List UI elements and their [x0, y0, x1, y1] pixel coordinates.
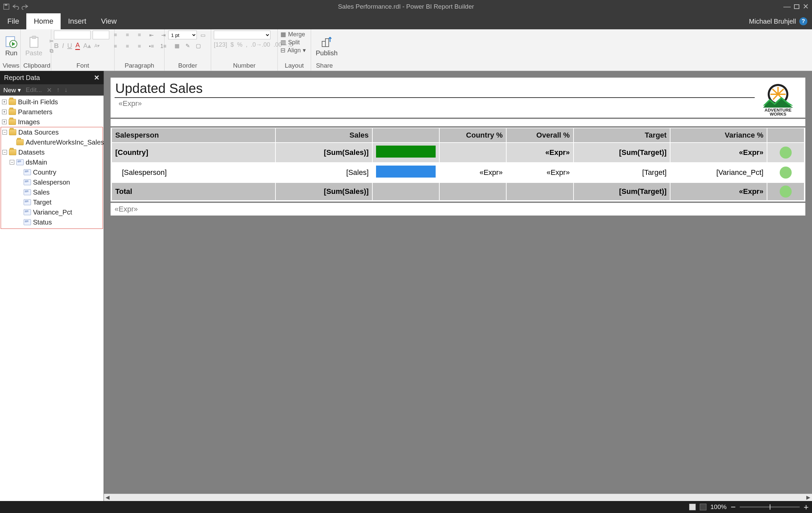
table-group-row[interactable]: [Country] [Sum(Sales)] «Expr» [Sum(Targe…: [112, 143, 804, 163]
tree-parameters[interactable]: +Parameters: [1, 107, 103, 117]
hdr-country-pct[interactable]: Country %: [439, 128, 506, 143]
hdr-target[interactable]: Target: [574, 128, 670, 143]
paste-icon: [27, 35, 40, 49]
tree-datasource-item[interactable]: AdventureWorksInc_SalesAnalysis: [1, 137, 103, 147]
align-bottom-icon[interactable]: ≡: [135, 31, 144, 39]
save-icon[interactable]: [3, 3, 10, 10]
table-detail-row[interactable]: [Salesperson] [Sales] «Expr» «Expr» [Tar…: [112, 163, 804, 182]
databar-blue: [376, 166, 436, 177]
ribbon: Run Views Paste ✂ ⧉ Clipboard B: [0, 29, 812, 71]
group-paragraph: Paragraph: [117, 61, 162, 70]
report-title[interactable]: Updated Sales: [115, 80, 755, 98]
hdr-kpi[interactable]: [767, 128, 804, 143]
pane-edit-button[interactable]: Edit...: [26, 86, 42, 94]
zoom-out-icon[interactable]: −: [731, 502, 736, 512]
bold-icon[interactable]: B: [54, 42, 59, 50]
percent-icon[interactable]: %: [237, 41, 242, 48]
paste-button[interactable]: Paste: [23, 35, 44, 58]
borders-icon[interactable]: ▢: [194, 41, 203, 50]
italic-icon[interactable]: I: [62, 42, 64, 50]
align-icon: ⊟: [281, 47, 285, 54]
grow-font-icon[interactable]: A▴: [83, 41, 91, 50]
pane-up-icon[interactable]: ↑: [57, 86, 60, 94]
hdr-salesperson[interactable]: Salesperson: [112, 128, 276, 143]
align-left-icon[interactable]: ≡: [111, 42, 120, 51]
table-total-row[interactable]: Total [Sum(Sales)] [Sum(Target)] «Expr»: [112, 182, 804, 201]
hdr-overall-pct[interactable]: Overall %: [506, 128, 573, 143]
tree-images[interactable]: +Images: [1, 117, 103, 127]
shrink-font-icon[interactable]: A▾: [94, 43, 99, 48]
hdr-variance[interactable]: Variance %: [670, 128, 767, 143]
tree-field[interactable]: Sales: [1, 187, 103, 197]
help-icon[interactable]: ?: [799, 17, 807, 25]
tree-field[interactable]: Status: [1, 217, 103, 227]
tree-datasources[interactable]: −Data Sources: [1, 127, 103, 137]
pane-new-button[interactable]: New ▾: [3, 86, 21, 94]
fill-color-icon[interactable]: ▦: [173, 41, 181, 50]
tree-field[interactable]: Variance_Pct: [1, 207, 103, 217]
folder-icon: [9, 129, 16, 135]
font-color-icon[interactable]: A: [75, 41, 80, 50]
close-icon[interactable]: ✕: [803, 2, 809, 11]
subtitle-expr[interactable]: «Expr»: [115, 98, 755, 109]
underline-icon[interactable]: U: [67, 42, 72, 50]
decrease-indent-icon[interactable]: ⇤: [147, 31, 156, 39]
pane-delete-icon[interactable]: ✕: [47, 86, 52, 94]
tab-view[interactable]: View: [94, 13, 124, 29]
hdr-bar[interactable]: [372, 128, 439, 143]
minimize-icon[interactable]: —: [783, 2, 791, 11]
placeholder-icon[interactable]: [123]: [214, 41, 227, 48]
design-view-icon[interactable]: [689, 504, 696, 510]
footer-expr[interactable]: «Expr»: [111, 202, 805, 216]
tree-field[interactable]: Target: [1, 197, 103, 207]
zoom-label: 100%: [710, 503, 727, 511]
zoom-slider[interactable]: [740, 506, 800, 508]
databar-green: [376, 146, 436, 158]
report-tablix[interactable]: Salesperson Sales Country % Overall % Ta…: [111, 127, 805, 201]
pane-close-icon[interactable]: ✕: [94, 74, 99, 82]
align-top-icon[interactable]: ≡: [111, 31, 120, 39]
report-page[interactable]: Updated Sales «Expr» ADVENTURE WORKS: [111, 78, 805, 216]
align-right-icon[interactable]: ≡: [135, 42, 144, 51]
thousands-icon[interactable]: ,: [246, 41, 248, 48]
font-family-input[interactable]: [54, 31, 91, 39]
increase-decimal-icon[interactable]: .0→.00: [251, 41, 270, 48]
preview-icon[interactable]: [700, 504, 706, 510]
align-center-icon[interactable]: ≡: [123, 42, 132, 51]
zoom-in-icon[interactable]: +: [804, 502, 809, 512]
tab-insert[interactable]: Insert: [61, 13, 94, 29]
logo[interactable]: ADVENTURE WORKS: [755, 80, 801, 118]
font-size-input[interactable]: [93, 31, 109, 39]
tab-file[interactable]: File: [0, 13, 26, 29]
number-format-input[interactable]: [214, 31, 270, 39]
tree-dsmain[interactable]: −dsMain: [1, 157, 103, 167]
scroll-left-icon[interactable]: ◄: [104, 494, 111, 501]
run-button[interactable]: Run: [3, 35, 20, 58]
design-surface[interactable]: Updated Sales «Expr» ADVENTURE WORKS: [104, 71, 812, 501]
tree-field[interactable]: Salesperson: [1, 177, 103, 187]
publish-button[interactable]: Publish: [314, 35, 340, 58]
border-width-input[interactable]: 1 pt: [168, 31, 197, 39]
field-icon: [24, 199, 31, 205]
group-views: Views: [3, 61, 18, 70]
align-middle-icon[interactable]: ≡: [123, 31, 132, 39]
hdr-sales[interactable]: Sales: [276, 128, 372, 143]
border-style-icon[interactable]: ▭: [199, 31, 207, 39]
currency-icon[interactable]: $: [230, 41, 234, 48]
scroll-right-icon[interactable]: ►: [805, 494, 812, 501]
split-button[interactable]: ▥Split: [281, 39, 300, 46]
align-button[interactable]: ⊟Align ▾: [281, 47, 306, 54]
tree-builtin[interactable]: +Built-in Fields: [1, 97, 103, 107]
merge-button[interactable]: ▦Merge: [281, 31, 305, 38]
pane-down-icon[interactable]: ↓: [64, 86, 68, 94]
redo-icon[interactable]: [21, 3, 29, 10]
bullets-icon[interactable]: •≡: [147, 42, 156, 51]
table-header-row[interactable]: Salesperson Sales Country % Overall % Ta…: [112, 128, 804, 143]
tree-field[interactable]: Country: [1, 167, 103, 177]
maximize-icon[interactable]: [794, 4, 799, 9]
border-color-icon[interactable]: ✎: [183, 41, 192, 50]
tab-home[interactable]: Home: [26, 13, 61, 29]
undo-icon[interactable]: [12, 3, 19, 10]
tree-datasets[interactable]: −Datasets: [1, 147, 103, 157]
horizontal-scrollbar[interactable]: ◄ ►: [104, 494, 812, 501]
